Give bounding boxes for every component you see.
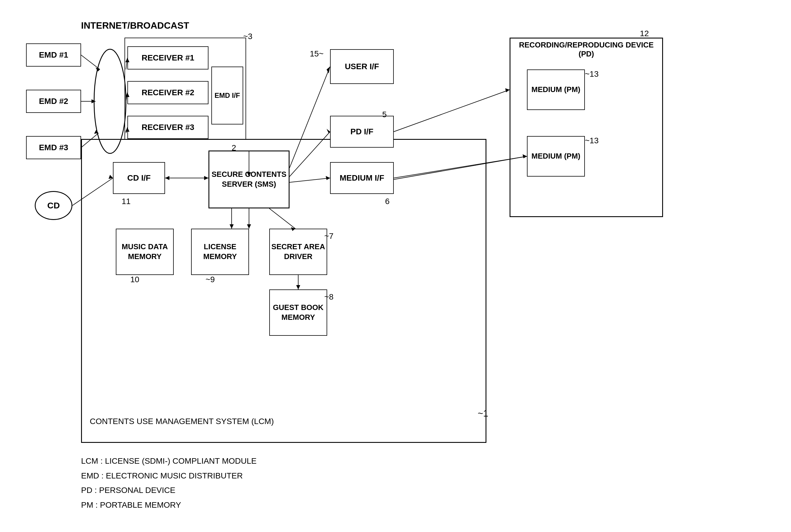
rrd-box — [510, 38, 663, 217]
receiver3-box: RECEIVER #3 — [127, 116, 208, 139]
ref-9: ~9 — [206, 275, 215, 284]
ref-12: 12 — [640, 29, 649, 38]
emd2-box: EMD #2 — [26, 90, 81, 113]
receiver1-box: RECEIVER #1 — [127, 46, 208, 70]
receiver2-box: RECEIVER #2 — [127, 81, 208, 104]
legend: LCM : LICENSE (SDMI-) COMPLIANT MODULE E… — [81, 454, 257, 512]
ref-13a: ~13 — [585, 70, 599, 79]
license-memory-box: LICENSE MEMORY — [191, 229, 249, 275]
ref-13b: ~13 — [585, 136, 599, 145]
secret-area-box: SECRET AREA DRIVER — [269, 229, 327, 275]
internet-broadcast-label: INTERNET/BROADCAST — [81, 20, 189, 31]
user-if-box: USER I/F — [330, 49, 394, 84]
music-data-box: MUSIC DATA MEMORY — [116, 229, 174, 275]
emd1-box: EMD #1 — [26, 43, 81, 66]
medium-pm1-box: MEDIUM (PM) — [527, 70, 585, 110]
svg-line-22 — [394, 90, 510, 132]
svg-marker-19 — [326, 129, 330, 133]
ref-10: 10 — [130, 275, 139, 284]
ref-11: 11 — [121, 197, 131, 206]
medium-if-box: MEDIUM I/F — [330, 162, 394, 194]
ref-3: ~3 — [243, 32, 252, 41]
legend-line1: LCM : LICENSE (SDMI-) COMPLIANT MODULE — [81, 454, 257, 468]
medium-pm2-box: MEDIUM (PM) — [527, 136, 585, 176]
diagram: INTERNET/BROADCAST EMD #1 EMD #2 EMD #3 … — [17, 12, 770, 518]
svg-marker-23 — [505, 88, 510, 92]
svg-marker-17 — [326, 66, 330, 74]
lcm-label: CONTENTS USE MANAGEMENT SYSTEM (LCM) — [90, 417, 274, 426]
svg-marker-2 — [96, 68, 100, 72]
ref-7: ~7 — [324, 231, 334, 241]
pd-if-box: PD I/F — [330, 116, 394, 148]
svg-marker-4 — [92, 99, 96, 103]
ref-6: 6 — [385, 197, 390, 206]
legend-line3: PD : PERSONAL DEVICE — [81, 483, 257, 497]
ref-15: 15~ — [310, 49, 324, 58]
ref-2: 2 — [232, 143, 236, 153]
guest-book-box: GUEST BOOK MEMORY — [269, 289, 327, 336]
cd-if-box: CD I/F — [113, 162, 165, 194]
svg-marker-6 — [94, 130, 98, 134]
legend-line4: PM : PORTABLE MEMORY — [81, 498, 257, 512]
legend-line2: EMD : ELECTRONIC MUSIC DISTRIBUTER — [81, 469, 257, 483]
cd-oval: CD — [35, 191, 72, 220]
emd-if-box: EMD I/F — [211, 66, 243, 125]
sms-box: SECURE CONTENTS SERVER (SMS) — [208, 151, 289, 208]
svg-point-0 — [94, 49, 126, 153]
svg-line-1 — [81, 55, 100, 70]
emd3-box: EMD #3 — [26, 136, 81, 159]
ref-8: ~8 — [324, 292, 334, 302]
ref-1: ~1 — [478, 408, 488, 419]
ref-5: 5 — [382, 110, 387, 119]
rrd-label: RECORDING/REPRODUCING DEVICE (PD) — [512, 40, 660, 58]
